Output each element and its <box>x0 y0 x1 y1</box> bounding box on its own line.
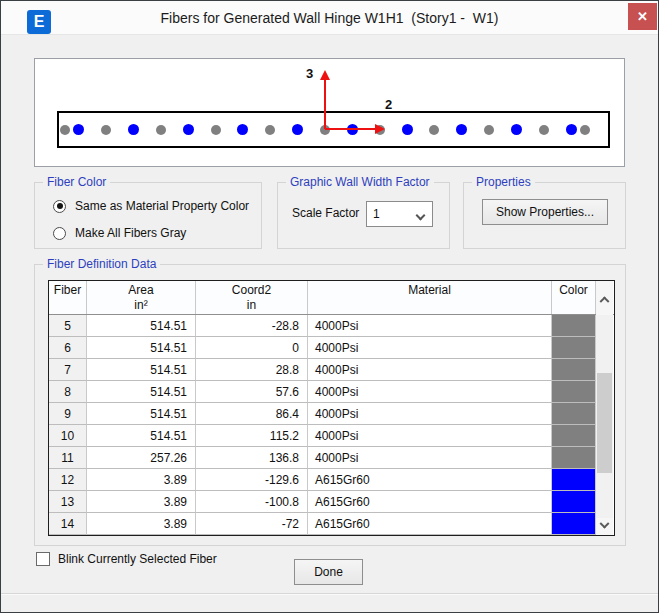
radio-make-fibers-gray-label: Make All Fibers Gray <box>75 226 186 240</box>
table-row[interactable]: 11257.26136.84000Psi <box>49 447 596 469</box>
area-cell: 514.51 <box>87 337 196 359</box>
fiber-cell: 12 <box>49 469 87 491</box>
fiber-dot[interactable] <box>580 125 590 135</box>
fiber-dot[interactable] <box>211 125 221 135</box>
checkbox-icon <box>36 552 50 566</box>
axis-3-line <box>324 79 326 129</box>
fiber-cell: 13 <box>49 491 87 513</box>
fiber-dot[interactable] <box>566 124 577 135</box>
material-cell: A615Gr60 <box>308 513 552 535</box>
color-swatch-cell <box>552 403 596 425</box>
coord2-cell: 115.2 <box>196 425 308 447</box>
properties-group: Properties Show Properties... <box>463 182 626 249</box>
fiber-cell: 9 <box>49 403 87 425</box>
fiber-dot[interactable] <box>484 125 494 135</box>
column-header-area-label: Area <box>128 283 153 298</box>
show-properties-button[interactable]: Show Properties... <box>482 199 608 225</box>
coord2-cell: 28.8 <box>196 359 308 381</box>
radio-icon <box>53 227 66 240</box>
coord2-cell: -72 <box>196 513 308 535</box>
axis-2-arrow-icon <box>375 124 385 134</box>
column-header-material: Material <box>308 281 552 314</box>
radio-make-fibers-gray[interactable]: Make All Fibers Gray <box>53 226 186 240</box>
table-row[interactable]: 133.89-100.8A615Gr60 <box>49 491 596 513</box>
color-swatch-cell <box>552 315 596 337</box>
fiber-dot[interactable] <box>156 125 166 135</box>
table-row[interactable]: 6514.5104000Psi <box>49 337 596 359</box>
area-cell: 3.89 <box>87 469 196 491</box>
fiber-dot[interactable] <box>402 124 413 135</box>
axis-2-label: 2 <box>385 97 392 112</box>
width-factor-group: Graphic Wall Width Factor Scale Factor 1 <box>277 182 450 249</box>
bottom-divider <box>1 593 658 595</box>
fiber-dot[interactable] <box>128 124 139 135</box>
table-row[interactable]: 143.89-72A615Gr60 <box>49 513 596 535</box>
area-cell: 514.51 <box>87 425 196 447</box>
scrollbar-down-button[interactable] <box>596 518 613 535</box>
radio-same-as-material-label: Same as Material Property Color <box>75 199 249 213</box>
table-row[interactable]: 10514.51115.24000Psi <box>49 425 596 447</box>
table-row[interactable]: 7514.5128.84000Psi <box>49 359 596 381</box>
column-header-area-units: in² <box>134 298 147 313</box>
material-cell: 4000Psi <box>308 381 552 403</box>
coord2-cell: -129.6 <box>196 469 308 491</box>
blink-selected-fiber-label: Blink Currently Selected Fiber <box>58 552 217 566</box>
axis-2-line <box>325 128 375 130</box>
width-factor-group-title: Graphic Wall Width Factor <box>286 175 434 190</box>
column-header-coord2: Coord2 in <box>196 281 308 314</box>
fiber-cell: 7 <box>49 359 87 381</box>
color-swatch-cell <box>552 337 596 359</box>
material-cell: 4000Psi <box>308 359 552 381</box>
column-header-area: Area in² <box>87 281 196 314</box>
scrollbar-thumb[interactable] <box>597 373 612 473</box>
column-header-fiber: Fiber <box>49 281 87 314</box>
table-row[interactable]: 123.89-129.6A615Gr60 <box>49 469 596 491</box>
material-cell: 4000Psi <box>308 403 552 425</box>
fiber-cell: 6 <box>49 337 87 359</box>
axis-3-arrow-icon <box>320 70 330 80</box>
material-cell: A615Gr60 <box>308 469 552 491</box>
area-cell: 514.51 <box>87 403 196 425</box>
scale-factor-label: Scale Factor <box>292 206 359 220</box>
title-bar: E Fibers for Generated Wall Hinge W1H1 (… <box>1 1 658 35</box>
material-cell: A615Gr60 <box>308 491 552 513</box>
fiber-dot[interactable] <box>101 125 111 135</box>
column-header-coord2-label: Coord2 <box>232 283 271 298</box>
coord2-cell: 0 <box>196 337 308 359</box>
vertical-scrollbar[interactable] <box>596 315 613 535</box>
area-cell: 514.51 <box>87 315 196 337</box>
fiber-dot[interactable] <box>511 124 522 135</box>
fiber-dot[interactable] <box>60 125 70 135</box>
scrollbar-up-button[interactable] <box>596 281 613 315</box>
table-row[interactable]: 9514.5186.44000Psi <box>49 403 596 425</box>
radio-same-as-material[interactable]: Same as Material Property Color <box>53 199 249 213</box>
table-row[interactable]: 8514.5157.64000Psi <box>49 381 596 403</box>
table-row[interactable]: 5514.51-28.84000Psi <box>49 315 596 337</box>
radio-icon <box>53 200 66 213</box>
coord2-cell: -100.8 <box>196 491 308 513</box>
blink-selected-fiber-checkbox[interactable]: Blink Currently Selected Fiber <box>36 552 217 566</box>
fiber-dot[interactable] <box>539 125 549 135</box>
coord2-cell: 57.6 <box>196 381 308 403</box>
area-cell: 257.26 <box>87 447 196 469</box>
scale-factor-select[interactable]: 1 <box>366 201 433 227</box>
color-swatch-cell <box>552 447 596 469</box>
fiber-dot[interactable] <box>429 125 439 135</box>
scale-factor-value: 1 <box>373 207 380 221</box>
fiber-dot[interactable] <box>183 124 194 135</box>
coord2-cell: 86.4 <box>196 403 308 425</box>
close-button[interactable]: ✕ <box>628 3 657 30</box>
properties-group-title: Properties <box>472 175 535 190</box>
fiber-dot[interactable] <box>265 125 275 135</box>
color-swatch-cell <box>552 425 596 447</box>
fibers-dialog: E Fibers for Generated Wall Hinge W1H1 (… <box>0 0 659 613</box>
done-button[interactable]: Done <box>294 559 363 585</box>
material-cell: 4000Psi <box>308 337 552 359</box>
column-header-material-label: Material <box>408 283 451 298</box>
fiber-diagram-panel: 3 2 <box>34 58 625 167</box>
column-header-fiber-label: Fiber <box>54 283 81 298</box>
fiber-table: Fiber Area in² Coord2 in Material Color <box>48 280 615 536</box>
area-cell: 514.51 <box>87 359 196 381</box>
window-title: Fibers for Generated Wall Hinge W1H1 (St… <box>1 1 658 35</box>
fiber-cell: 11 <box>49 447 87 469</box>
